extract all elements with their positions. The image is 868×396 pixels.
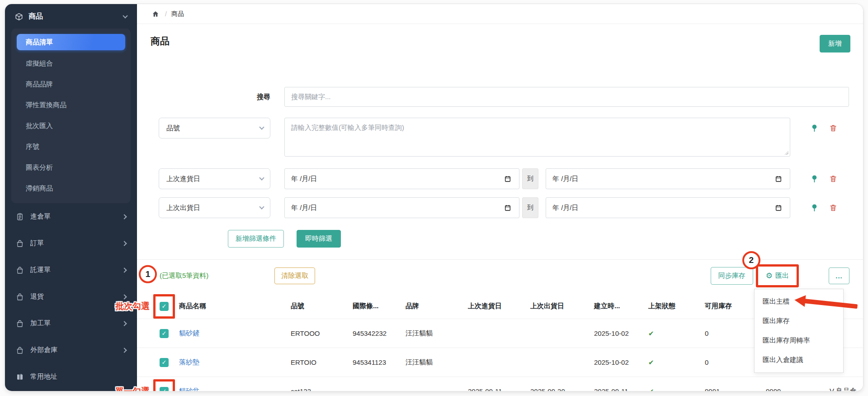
clipboard-icon	[16, 213, 24, 221]
sidebar-item-flex-replace[interactable]: 彈性置換商品	[11, 95, 131, 115]
sidebar-item-virtual-bundle[interactable]: 虛擬組合	[11, 53, 131, 74]
app-frame: 商品 商品清單 虛擬組合 商品品牌 彈性置換商品 批次匯入 序號 圖表分析 滯銷…	[5, 4, 863, 391]
sidebar-item-label: 訂單	[30, 239, 116, 248]
row-checkbox[interactable]: ✓	[160, 358, 169, 367]
calendar-icon[interactable]	[774, 174, 783, 184]
menu-item-export-master[interactable]: 匯出主檔	[755, 292, 843, 311]
menu-item-export-stock[interactable]: 匯出庫存	[755, 311, 843, 331]
home-icon[interactable]	[151, 9, 160, 19]
sidebar-item-batch-import[interactable]: 批次匯入	[11, 115, 131, 136]
cell-total: 9999	[766, 387, 830, 391]
last-in-date-to-input[interactable]: 年 /月/日	[546, 168, 790, 189]
sidebar-item-serial[interactable]: 序號	[11, 136, 131, 157]
last-in-field-select[interactable]: 上次進貨日	[159, 168, 270, 189]
sidebar-item-brands[interactable]: 商品品牌	[11, 74, 131, 95]
cell-sku: ERTOOO	[291, 329, 353, 337]
row-checkbox[interactable]: ✓	[160, 329, 169, 338]
chevron-right-icon	[122, 321, 127, 326]
cell-last-out: 2025-09-30	[530, 387, 594, 391]
gear-icon: ⚙	[766, 272, 773, 280]
export-button[interactable]: ⚙ 匯出	[760, 267, 795, 284]
status-check-icon: ✔	[648, 358, 705, 367]
cell-created: 2025-09-11	[594, 387, 648, 391]
col-header-barcode: 國際條...	[353, 294, 406, 319]
chevron-right-icon	[122, 214, 127, 219]
select-all-checkbox[interactable]: ✓	[160, 302, 169, 311]
more-actions-button[interactable]: ...	[829, 267, 849, 284]
search-input[interactable]: 搜尋關鍵字...	[284, 87, 849, 107]
calendar-icon[interactable]	[503, 203, 513, 213]
bag-icon	[16, 320, 24, 328]
sidebar-item-orders[interactable]: 訂單	[5, 230, 137, 257]
sku-placeholder: 請輸入完整數值(可輸入多筆同時查詢)	[291, 124, 404, 131]
product-name-link[interactable]: 貓砂鏟	[179, 329, 291, 338]
cell-barcode: 945342232	[353, 329, 406, 337]
sidebar-item-chart-analysis[interactable]: 圖表分析	[11, 157, 131, 178]
filter-section: 搜尋 搜尋關鍵字... 品號 請輸入完整數值(可輸入多筆同時查詢)	[137, 60, 863, 248]
cell-sku: cat123	[291, 387, 353, 391]
bag-icon	[16, 346, 24, 354]
cell-warehouse: V-良品倉	[830, 387, 863, 391]
sidebar-item-common-address[interactable]: 常用地址	[5, 363, 137, 390]
last-out-date-from-input[interactable]: 年 /月/日	[284, 197, 519, 218]
filter-now-button[interactable]: 即時篩選	[297, 230, 341, 248]
calendar-icon[interactable]	[503, 174, 513, 184]
pin-icon[interactable]	[809, 203, 819, 213]
sidebar-item-label: 常用地址	[30, 372, 126, 381]
chevron-right-icon	[122, 348, 127, 353]
breadcrumb-separator: /	[165, 10, 167, 18]
sidebar-item-returns[interactable]: 退貨	[5, 283, 137, 310]
product-name-link[interactable]: 貓砂盆	[179, 387, 291, 391]
sidebar-item-slow-moving[interactable]: 滯銷商品	[11, 178, 131, 199]
cell-stock: 9991	[705, 387, 766, 391]
resize-grip[interactable]	[784, 151, 788, 155]
last-out-field-select[interactable]: 上次出貨日	[159, 197, 270, 218]
add-button[interactable]: 新增	[820, 35, 850, 52]
last-out-date-to-input[interactable]: 年 /月/日	[546, 197, 790, 218]
sku-values-textarea[interactable]: 請輸入完整數值(可輸入多筆同時查詢)	[284, 118, 790, 157]
clear-selection-button[interactable]: 清除選取	[274, 267, 315, 284]
col-header-created: 建立時...	[594, 294, 648, 319]
col-header-status: 上架狀態	[648, 294, 705, 319]
sidebar-item-processing-order[interactable]: 加工單	[5, 310, 137, 337]
table-row: ✓ 單一勾選 貓砂盆 cat123 2025-09-11 2025-09-30 …	[137, 377, 863, 391]
trash-icon[interactable]	[828, 123, 838, 133]
pin-icon[interactable]	[809, 123, 819, 133]
search-placeholder: 搜尋關鍵字...	[291, 93, 331, 101]
sidebar-item-external-warehouse[interactable]: 外部倉庫	[5, 337, 137, 363]
status-check-icon: ✔	[648, 329, 705, 338]
pin-icon[interactable]	[809, 174, 819, 184]
menu-item-export-turnover[interactable]: 匯出庫存周轉率	[755, 331, 843, 350]
cell-created: 2025-10-02	[594, 329, 648, 337]
sidebar-item-inbound-order[interactable]: 進倉單	[5, 203, 137, 230]
bag-icon	[16, 293, 24, 301]
last-in-date-from-input[interactable]: 年 /月/日	[284, 168, 519, 189]
trash-icon[interactable]	[828, 174, 838, 184]
sidebar-item-shipping-order[interactable]: 託運單	[5, 257, 137, 283]
chevron-right-icon	[122, 294, 127, 299]
sidebar-item-label: 外部倉庫	[30, 346, 116, 354]
sidebar-item-label: 託運單	[30, 266, 116, 274]
sku-field-select[interactable]: 品號	[159, 118, 270, 138]
product-name-link[interactable]: 落紗墊	[179, 358, 291, 367]
cube-icon	[15, 13, 23, 21]
to-label: 到	[522, 168, 538, 189]
col-header-sku: 品號	[291, 294, 353, 319]
sidebar-section-products[interactable]: 商品	[5, 4, 137, 28]
calendar-icon[interactable]	[774, 203, 783, 213]
sidebar-item-label: 進倉單	[30, 212, 116, 221]
add-filter-condition-button[interactable]: 新增篩選條件	[228, 230, 284, 248]
chevron-down-icon	[259, 124, 264, 129]
col-header-brand: 品牌	[406, 294, 468, 319]
bag-icon	[16, 266, 24, 274]
trash-icon[interactable]	[828, 203, 838, 213]
sidebar-item-product-list[interactable]: 商品清單	[17, 34, 125, 50]
sync-stock-button[interactable]: 同步庫存	[711, 267, 753, 285]
cell-barcode: 945341123	[353, 358, 406, 366]
last-out-field-value: 上次出貨日	[166, 204, 260, 212]
date-placeholder: 年 /月/日	[291, 175, 503, 183]
row-checkbox[interactable]: ✓	[160, 387, 169, 392]
menu-item-export-inbound-suggestion[interactable]: 匯出入倉建議	[755, 350, 843, 370]
cell-brand: 汪汪貓貓	[406, 329, 468, 338]
chevron-down-icon	[259, 175, 264, 180]
